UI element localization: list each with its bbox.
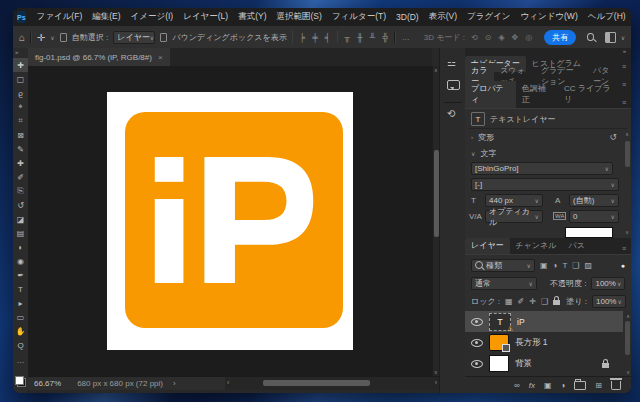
menu-edit[interactable]: 編集(E) bbox=[87, 11, 125, 23]
adjustment-layer-icon[interactable]: ◑ bbox=[560, 381, 565, 390]
visibility-eye-icon[interactable] bbox=[471, 339, 483, 347]
scroll-up-icon[interactable]: ∧ bbox=[625, 131, 629, 137]
adjustments-strip-icon[interactable]: ⚍ bbox=[447, 57, 456, 68]
tracking-dropdown[interactable]: 0 ∨ bbox=[569, 210, 619, 223]
lock-move-icon[interactable]: ✛ bbox=[529, 297, 536, 306]
bounding-box-checkbox[interactable] bbox=[160, 33, 167, 42]
transform-section[interactable]: › 変形 ↺ bbox=[465, 130, 631, 144]
scroll-down-icon[interactable]: ∨ bbox=[625, 229, 629, 235]
gradient-tool[interactable]: ▤ bbox=[13, 226, 28, 240]
healing-brush-tool[interactable]: ✚ bbox=[13, 156, 28, 170]
layer-filter-dropdown[interactable]: 種類 ∨ bbox=[471, 259, 535, 272]
new-group-icon[interactable] bbox=[574, 381, 586, 390]
tab-adjustments[interactable]: 色調補正 bbox=[516, 81, 558, 108]
kerning-dropdown[interactable]: オプティカル ∨ bbox=[485, 210, 543, 223]
chevron-down-icon[interactable]: ∨ bbox=[621, 34, 625, 41]
scroll-up-icon[interactable]: ∧ bbox=[434, 67, 438, 73]
object-selection-tool[interactable]: ⌖ bbox=[13, 100, 28, 114]
menu-file[interactable]: ファイル(F) bbox=[32, 11, 88, 23]
distribute-icon[interactable]: ╬ bbox=[381, 33, 389, 42]
canvas[interactable]: iP bbox=[28, 66, 432, 376]
menu-help[interactable]: ヘルプ(H) bbox=[583, 11, 631, 23]
toolbar-more-icon[interactable]: … bbox=[13, 353, 28, 367]
filter-shape-icon[interactable]: ❑ bbox=[572, 261, 579, 270]
document-artboard[interactable]: iP bbox=[107, 92, 353, 350]
menu-layer[interactable]: レイヤー(L) bbox=[178, 11, 233, 23]
zoom-level[interactable]: 66.67% bbox=[28, 379, 67, 388]
text-color-swatch[interactable] bbox=[565, 227, 613, 238]
panel-menu-icon[interactable]: ≡ bbox=[622, 81, 626, 90]
eraser-tool[interactable]: ◪ bbox=[13, 212, 28, 226]
panel-menu-icon[interactable]: ≡ bbox=[622, 99, 626, 108]
menu-plugins[interactable]: プラグイン bbox=[462, 11, 516, 23]
scroll-left-icon[interactable]: ‹ bbox=[227, 379, 229, 386]
layers-scroll-thumb[interactable] bbox=[625, 321, 630, 355]
text-layer-thumbnail[interactable]: T ⚠ bbox=[489, 313, 511, 331]
tab-channels[interactable]: チャンネル bbox=[510, 238, 563, 254]
toolbar-expand-icon[interactable]: » bbox=[15, 49, 18, 55]
align-bottom-icon[interactable]: ╨ bbox=[369, 33, 377, 42]
delete-layer-icon[interactable] bbox=[611, 381, 621, 390]
align-top-icon[interactable]: ╥ bbox=[343, 33, 351, 42]
layer-name[interactable]: iP bbox=[517, 317, 525, 327]
3d-pan-icon[interactable]: ◈ bbox=[497, 33, 505, 42]
chevron-down-icon[interactable]: ∨ bbox=[50, 34, 54, 41]
ip-logo-shape[interactable]: iP bbox=[125, 112, 343, 328]
document-tab[interactable]: fig-01.psd @ 66.7% (iP, RGB/8#) × bbox=[28, 48, 170, 66]
status-expand-icon[interactable]: › bbox=[173, 379, 176, 388]
lock-all-icon[interactable] bbox=[553, 300, 560, 305]
frame-tool[interactable]: ⊠ bbox=[13, 128, 28, 142]
3d-scale-icon[interactable]: ◎ bbox=[524, 33, 533, 42]
type-tool[interactable]: T bbox=[13, 282, 28, 296]
menu-select[interactable]: 選択範囲(S) bbox=[272, 11, 327, 23]
tab-paths[interactable]: パス bbox=[563, 238, 591, 254]
layer-name[interactable]: 長方形 1 bbox=[515, 337, 548, 349]
color-swatches[interactable] bbox=[15, 376, 26, 387]
menu-filter[interactable]: フィルター(T) bbox=[327, 11, 391, 23]
eyedropper-tool[interactable]: ✎ bbox=[13, 142, 28, 156]
lock-paint-icon[interactable]: ✐ bbox=[518, 297, 525, 306]
panel-menu-icon[interactable]: ≡ bbox=[622, 63, 626, 72]
zoom-tool[interactable]: Q bbox=[13, 338, 28, 352]
horizontal-scroll-thumb[interactable] bbox=[263, 380, 370, 386]
font-family-dropdown[interactable]: [ShinGoPro] ∨ bbox=[471, 162, 613, 175]
align-right-icon[interactable]: ╡ bbox=[324, 33, 332, 42]
path-selection-tool[interactable]: ▸ bbox=[13, 296, 28, 310]
reset-icon[interactable]: ↺ bbox=[609, 132, 617, 142]
share-button[interactable]: 共有 bbox=[544, 30, 576, 45]
pen-tool[interactable]: ✒ bbox=[13, 268, 28, 282]
history-icon[interactable]: ⟲ bbox=[447, 108, 455, 119]
align-middle-icon[interactable]: ╫ bbox=[356, 33, 364, 42]
crop-tool[interactable]: ⌗ bbox=[13, 114, 28, 128]
shape-tool[interactable]: ▭ bbox=[13, 310, 28, 324]
auto-select-checkbox[interactable] bbox=[60, 33, 67, 42]
character-section[interactable]: ∨ 文字 bbox=[465, 146, 631, 160]
menu-image[interactable]: イメージ(I) bbox=[126, 11, 179, 23]
add-mask-icon[interactable]: ▣ bbox=[544, 381, 552, 390]
opacity-dropdown[interactable]: 100% ∨ bbox=[591, 277, 625, 290]
scroll-down-icon[interactable]: ∨ bbox=[434, 369, 438, 375]
lasso-tool[interactable]: ϱ bbox=[13, 86, 28, 100]
tab-cc-libraries[interactable]: CC ライブラリ bbox=[558, 81, 622, 108]
panel-menu-icon[interactable]: ≡ bbox=[622, 245, 626, 254]
foreground-color[interactable] bbox=[15, 376, 24, 385]
marquee-tool[interactable]: ▢ bbox=[13, 72, 28, 86]
align-left-icon[interactable]: ╞ bbox=[298, 33, 306, 42]
visibility-eye-icon[interactable] bbox=[471, 318, 483, 326]
layer-row-shape[interactable]: 長方形 1 bbox=[465, 332, 623, 353]
scroll-down-icon[interactable]: ∨ bbox=[626, 369, 630, 375]
layer-row-text[interactable]: T ⚠ iP bbox=[465, 311, 623, 332]
visibility-eye-icon[interactable] bbox=[471, 360, 483, 368]
dodge-tool[interactable]: ◉ bbox=[13, 254, 28, 268]
link-layers-icon[interactable]: ∞ bbox=[514, 381, 520, 390]
background-layer-thumbnail[interactable] bbox=[489, 355, 509, 372]
search-icon[interactable] bbox=[587, 33, 593, 41]
workspace-icon[interactable] bbox=[605, 32, 616, 43]
move-tool[interactable]: ✛ bbox=[13, 58, 28, 72]
filter-type-icon[interactable]: T bbox=[562, 261, 567, 270]
lock-artboard-icon[interactable]: ❑ bbox=[541, 297, 548, 306]
hand-tool[interactable]: ✋ bbox=[13, 324, 28, 338]
menu-3d[interactable]: 3D(D) bbox=[391, 12, 424, 22]
tab-properties[interactable]: プロパティ bbox=[465, 81, 516, 108]
3d-roll-icon[interactable]: ⊙ bbox=[484, 33, 493, 42]
